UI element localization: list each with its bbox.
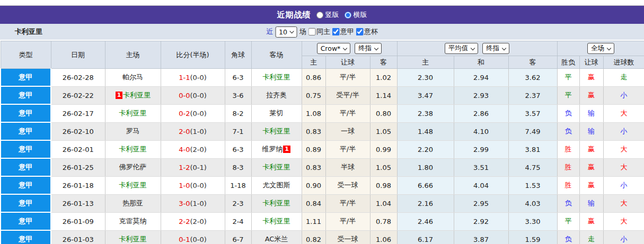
- corner-cell: 7-1: [225, 122, 251, 140]
- results-tbody: 意甲26-02-28帕尔马1-1(0-0)6-3卡利亚里0.86平/半1.022…: [1, 69, 644, 244]
- serie-a-checkbox-input[interactable]: [332, 28, 340, 35]
- handicap-line: 受一球: [325, 176, 370, 194]
- chevron-down-icon: [374, 46, 378, 50]
- filter-controls: 近 10 场 同主 意甲 意杯: [266, 26, 378, 38]
- italy-cup-label: 意杯: [364, 27, 378, 37]
- avg-index-select[interactable]: 终指: [482, 43, 509, 54]
- handicap-line: 受平/半: [325, 86, 370, 104]
- layout-horizontal-option[interactable]: 横版: [345, 10, 367, 20]
- team-name: 卡利亚里: [263, 163, 290, 171]
- top-strip: [0, 0, 644, 6]
- corner-cell: 6-3: [225, 140, 251, 158]
- italy-cup-checkbox[interactable]: 意杯: [356, 27, 378, 37]
- italy-cup-checkbox-input[interactable]: [356, 28, 364, 35]
- result-handicap: 赢: [579, 86, 603, 104]
- corner-cell: 8-2: [225, 104, 251, 122]
- score-cell: 0-1(0-0): [161, 230, 225, 244]
- date-cell: 26-02-22: [51, 86, 105, 104]
- result-goals: 大: [603, 104, 644, 122]
- league-cell: 意甲: [1, 140, 51, 158]
- chevron-down-icon: [343, 46, 347, 50]
- handicap-home-odds: 1.11: [302, 212, 325, 230]
- home-team-cell: 卡利亚里: [105, 230, 161, 244]
- horizontal-radio-input[interactable]: [345, 12, 351, 19]
- handicap-index-select[interactable]: 终指: [355, 43, 382, 54]
- score-cell: 1-2(0-1): [161, 158, 225, 176]
- result-handicap: 走: [579, 230, 603, 244]
- home-team-cell: 罗马: [105, 122, 161, 140]
- handicap-away-odds: 0.80: [370, 104, 397, 122]
- layout-vertical-option[interactable]: 竖版: [316, 10, 339, 20]
- result-goals: 大: [603, 194, 644, 212]
- team-name: 帕尔马: [122, 73, 143, 81]
- away-team-cell: AC米兰: [251, 230, 302, 244]
- result-outcome: 负: [557, 104, 579, 122]
- date-cell: 26-02-17: [51, 104, 105, 122]
- results-table: 类型 日期 主场 比分(半场) 角球 客场 Crow* 终指 平均值 终指 全场: [0, 41, 644, 244]
- avg-home-odds: 2.30: [397, 69, 454, 87]
- corner-cell: 8-3: [225, 158, 251, 176]
- team-name: 克雷莫纳: [119, 217, 147, 225]
- same-home-checkbox[interactable]: 同主: [308, 27, 330, 37]
- handicap-away-odds: 0.98: [370, 176, 397, 194]
- col-header-type: 类型: [1, 41, 51, 69]
- handicap-line: 平/半: [325, 194, 370, 212]
- vertical-radio-input[interactable]: [316, 12, 323, 19]
- avg-home-odds: 2.16: [397, 194, 454, 212]
- league-cell: 意甲: [1, 69, 51, 87]
- home-team-cell: 卡利亚里: [105, 104, 161, 122]
- serie-a-checkbox[interactable]: 意甲: [332, 27, 354, 37]
- avg-home-odds: 1.80: [397, 158, 454, 176]
- subheader-result-goals: 进球数: [603, 56, 644, 69]
- home-team-cell: 克雷莫纳: [105, 212, 161, 230]
- subheader-handicap-line: 让球: [325, 56, 370, 69]
- date-cell: 26-02-01: [51, 140, 105, 158]
- avg-home-odds: 6.66: [397, 176, 454, 194]
- result-goals: 小: [603, 86, 644, 104]
- home-team-cell: 卡利亚里: [105, 176, 161, 194]
- table-row: 意甲26-02-10罗马2-0(1-0)7-1卡利亚里0.83一球1.051.4…: [1, 122, 644, 140]
- subheader-avg-home: 主: [397, 56, 454, 69]
- handicap-home-odds: 0.86: [302, 69, 325, 87]
- handicap-home-odds: 0.82: [302, 230, 325, 244]
- result-handicap: 赢: [579, 212, 603, 230]
- score-cell: 0-2(0-0): [161, 104, 225, 122]
- handicap-home-odds: 0.90: [302, 176, 325, 194]
- away-team-cell: 卡利亚里: [251, 194, 302, 212]
- team-name: 卡利亚里: [123, 91, 151, 99]
- avg-home-odds: 2.20: [397, 140, 454, 158]
- team-name: 维罗纳: [262, 145, 283, 153]
- team-name: 罗马: [126, 127, 140, 135]
- home-team-cell: 1卡利亚里: [105, 86, 161, 104]
- date-cell: 26-02-10: [51, 122, 105, 140]
- avg-type-value: 平均值: [448, 44, 469, 53]
- handicap-company-value: Crow*: [321, 44, 341, 52]
- handicap-company-select[interactable]: Crow*: [317, 43, 351, 54]
- team-name: 卡利亚里: [263, 73, 290, 81]
- matches-label: 场: [299, 27, 306, 37]
- recent-count-select[interactable]: 10: [275, 26, 297, 38]
- league-cell: 意甲: [1, 122, 51, 140]
- same-home-checkbox-input[interactable]: [308, 28, 316, 35]
- filter-bar: 卡利亚里 近 10 场 同主 意甲 意杯: [0, 24, 644, 41]
- away-team-cell: 卡利亚里: [251, 122, 302, 140]
- handicap-away-odds: 0.78: [370, 212, 397, 230]
- league-cell: 意甲: [1, 86, 51, 104]
- league-cell: 意甲: [1, 158, 51, 176]
- avg-draw-odds: 2.95: [454, 194, 508, 212]
- result-outcome: 胜: [557, 140, 579, 158]
- table-row: 意甲26-01-18卡利亚里1-0(0-0)1-18尤文图斯0.90受一球0.9…: [1, 176, 644, 194]
- team-name: 尤文图斯: [263, 181, 290, 189]
- score-cell: 4-0(2-0): [161, 140, 225, 158]
- handicap-line: 平/半: [325, 140, 370, 158]
- result-outcome: 负: [557, 230, 579, 244]
- handicap-away-odds: 1.04: [370, 194, 397, 212]
- avg-type-select[interactable]: 平均值: [445, 43, 479, 54]
- handicap-away-odds: 1.05: [370, 158, 397, 176]
- fulltime-result-group: 全场: [557, 41, 644, 56]
- avg-away-odds: 7.49: [508, 122, 557, 140]
- fulltime-scope-select[interactable]: 全场: [587, 43, 614, 54]
- team-name: 卡利亚里: [263, 217, 290, 225]
- avg-away-odds: 4.75: [508, 158, 557, 176]
- same-home-label: 同主: [316, 27, 330, 37]
